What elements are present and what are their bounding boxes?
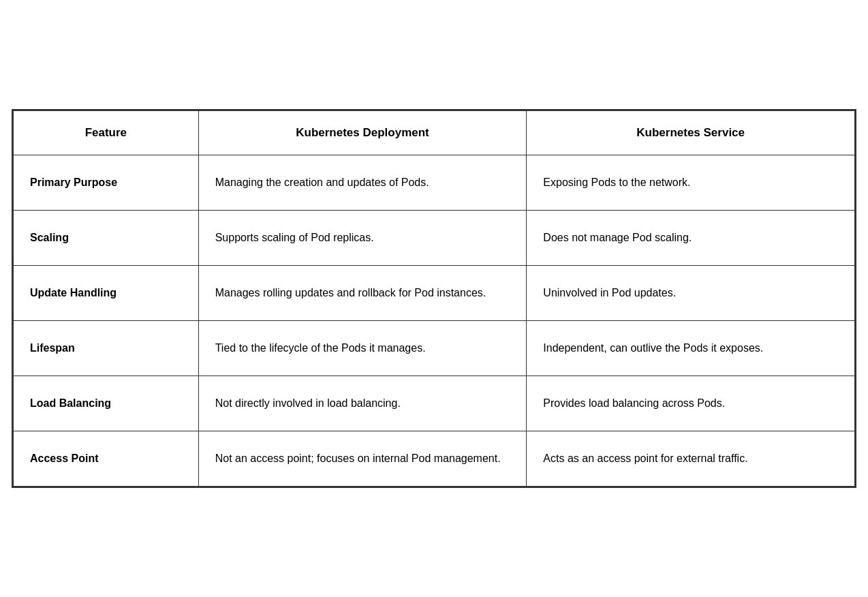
header-service: Kubernetes Service bbox=[527, 111, 855, 155]
table-row: Update HandlingManages rolling updates a… bbox=[14, 266, 855, 321]
feature-label: Load Balancing bbox=[30, 397, 111, 409]
table-row: Primary PurposeManaging the creation and… bbox=[14, 155, 855, 211]
cell-service: Acts as an access point for external tra… bbox=[527, 431, 855, 487]
cell-deployment: Managing the creation and updates of Pod… bbox=[198, 155, 527, 211]
table-row: Load BalancingNot directly involved in l… bbox=[14, 376, 855, 431]
cell-deployment: Tied to the lifecycle of the Pods it man… bbox=[198, 321, 527, 376]
cell-deployment: Supports scaling of Pod replicas. bbox=[198, 211, 527, 266]
cell-feature: Scaling bbox=[14, 211, 199, 266]
table-row: LifespanTied to the lifecycle of the Pod… bbox=[14, 321, 855, 376]
table-header-row: Feature Kubernetes Deployment Kubernetes… bbox=[14, 111, 855, 155]
cell-feature: Update Handling bbox=[14, 266, 199, 321]
cell-service: Independent, can outlive the Pods it exp… bbox=[527, 321, 855, 376]
cell-service: Uninvolved in Pod updates. bbox=[527, 266, 855, 321]
cell-feature: Load Balancing bbox=[14, 376, 199, 431]
cell-feature: Lifespan bbox=[14, 321, 199, 376]
cell-deployment: Not an access point; focuses on internal… bbox=[198, 431, 527, 487]
cell-deployment: Manages rolling updates and rollback for… bbox=[198, 266, 527, 321]
cell-service: Exposing Pods to the network. bbox=[527, 155, 855, 211]
cell-feature: Access Point bbox=[14, 431, 199, 487]
header-feature: Feature bbox=[14, 111, 199, 155]
feature-label: Access Point bbox=[30, 453, 98, 464]
comparison-table: Feature Kubernetes Deployment Kubernetes… bbox=[12, 109, 856, 488]
feature-label: Update Handling bbox=[30, 287, 117, 298]
table-row: Access PointNot an access point; focuses… bbox=[14, 431, 855, 487]
cell-deployment: Not directly involved in load balancing. bbox=[198, 376, 527, 431]
feature-label: Scaling bbox=[30, 232, 69, 243]
cell-service: Does not manage Pod scaling. bbox=[527, 211, 855, 266]
feature-label: Primary Purpose bbox=[30, 177, 117, 188]
cell-feature: Primary Purpose bbox=[14, 155, 199, 211]
cell-service: Provides load balancing across Pods. bbox=[527, 376, 855, 431]
header-deployment: Kubernetes Deployment bbox=[198, 111, 527, 155]
table-row: ScalingSupports scaling of Pod replicas.… bbox=[14, 211, 855, 266]
feature-label: Lifespan bbox=[30, 342, 75, 354]
